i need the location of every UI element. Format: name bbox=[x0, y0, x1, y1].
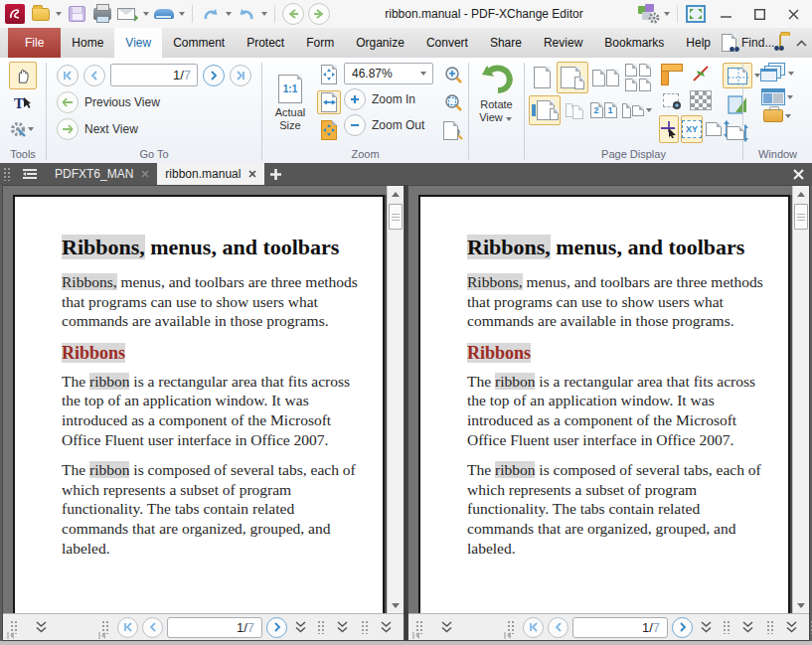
search-in-files-icon[interactable] bbox=[779, 36, 781, 50]
fullscreen-button[interactable] bbox=[684, 2, 708, 26]
next-view-row[interactable]: Next View bbox=[57, 118, 261, 140]
zoom-in-tool-button[interactable] bbox=[440, 63, 466, 86]
cascade-windows-dropdown[interactable] bbox=[788, 72, 794, 76]
maximize-button[interactable] bbox=[742, 1, 776, 27]
email-button[interactable] bbox=[116, 2, 140, 26]
previous-page-button[interactable] bbox=[142, 617, 163, 638]
toolbox-dropdown[interactable] bbox=[785, 114, 791, 118]
collapse-ribbon-button[interactable] bbox=[796, 40, 807, 47]
vertical-scrollbar[interactable] bbox=[387, 186, 404, 613]
scrollbar-thumb[interactable] bbox=[389, 204, 403, 230]
next-view-button[interactable] bbox=[307, 2, 331, 26]
tab-bookmarks[interactable]: Bookmarks bbox=[593, 28, 675, 58]
tab-comment[interactable]: Comment bbox=[162, 28, 236, 58]
cover-mode-dropdown[interactable] bbox=[646, 108, 652, 112]
scan-button[interactable] bbox=[152, 2, 176, 26]
next-page-button[interactable] bbox=[203, 65, 225, 86]
split-window-button[interactable] bbox=[761, 88, 795, 105]
page-viewer[interactable]: Ribbons, menus, and toolbars Ribbons, me… bbox=[408, 186, 809, 613]
scroll-down-button[interactable] bbox=[793, 597, 809, 613]
redo-button[interactable] bbox=[235, 2, 258, 26]
tab-review[interactable]: Review bbox=[533, 28, 593, 58]
marquee-zoom-button[interactable] bbox=[440, 90, 466, 114]
first-page-button[interactable] bbox=[117, 617, 138, 638]
scan-dropdown[interactable] bbox=[179, 12, 185, 16]
find-document-icon[interactable] bbox=[722, 34, 736, 52]
toolbox-button[interactable] bbox=[763, 109, 793, 122]
multi-page-grid-view-button[interactable] bbox=[622, 62, 654, 93]
rotate-view-button[interactable]: Rotate View bbox=[469, 58, 524, 148]
fit-page-button[interactable] bbox=[317, 63, 341, 86]
doc-tab-pdfxt6-man[interactable]: PDFXT6_MAN bbox=[47, 163, 157, 185]
next-page-button[interactable] bbox=[266, 617, 287, 638]
previous-page-button[interactable] bbox=[548, 617, 568, 638]
zoom-in-row[interactable]: Zoom In bbox=[344, 88, 433, 110]
close-tab-icon[interactable] bbox=[141, 170, 149, 178]
undo-dropdown[interactable] bbox=[226, 12, 232, 16]
single-page-view-button[interactable] bbox=[529, 62, 555, 93]
save-button[interactable] bbox=[65, 2, 88, 26]
show-cursor-coordinates-button[interactable] bbox=[659, 115, 679, 143]
redo-dropdown[interactable] bbox=[261, 12, 267, 16]
tool-settings-button[interactable] bbox=[6, 117, 40, 141]
ruler-button[interactable] bbox=[659, 62, 683, 85]
collapsed-toolbar-group[interactable] bbox=[412, 614, 452, 640]
collapsed-toolbar-group[interactable] bbox=[807, 614, 812, 640]
page-number-field[interactable]: 1/7 bbox=[167, 617, 262, 638]
expand-toolbar-icon[interactable] bbox=[295, 621, 306, 633]
pdf-page[interactable]: Ribbons, menus, and toolbars Ribbons, me… bbox=[13, 195, 385, 613]
continuous-two-page-button[interactable] bbox=[529, 95, 561, 125]
tab-file[interactable]: File bbox=[8, 28, 61, 58]
page-viewer[interactable]: Ribbons, menus, and toolbars Ribbons, me… bbox=[3, 186, 404, 613]
scrollbar-thumb[interactable] bbox=[794, 204, 808, 230]
page-number-field[interactable]: 1/7 bbox=[572, 617, 668, 638]
scroll-up-button[interactable] bbox=[793, 186, 809, 202]
ui-options-icon[interactable] bbox=[637, 2, 661, 26]
hand-tool-button[interactable] bbox=[9, 62, 37, 89]
find-label[interactable]: Find... bbox=[741, 36, 774, 50]
snap-objects-button[interactable] bbox=[659, 88, 683, 112]
previous-page-button[interactable] bbox=[83, 65, 105, 86]
two-pages-view-button[interactable] bbox=[590, 62, 620, 93]
close-document-button[interactable] bbox=[785, 163, 812, 185]
expand-toolbar-icon[interactable] bbox=[381, 621, 392, 633]
tab-share[interactable]: Share bbox=[479, 28, 533, 58]
zoom-level-combobox[interactable]: 46.87% bbox=[344, 63, 433, 84]
new-tab-button[interactable] bbox=[264, 163, 286, 185]
collapsed-toolbar-group[interactable] bbox=[763, 614, 797, 640]
split-window-dropdown[interactable] bbox=[787, 95, 793, 99]
expand-toolbar-icon[interactable] bbox=[786, 621, 797, 633]
select-text-tool-button[interactable]: T bbox=[9, 91, 37, 115]
close-tab-icon[interactable] bbox=[248, 170, 256, 178]
collapsed-toolbar-group[interactable] bbox=[314, 614, 348, 640]
page-transition-disabled-button[interactable] bbox=[564, 96, 585, 124]
expand-toolbar-icon[interactable] bbox=[441, 621, 452, 633]
minimize-button[interactable] bbox=[709, 1, 742, 27]
collapsed-toolbar-group[interactable] bbox=[720, 614, 753, 640]
expand-toolbar-icon[interactable] bbox=[337, 621, 348, 633]
scroll-down-button[interactable] bbox=[388, 597, 404, 613]
fit-width-button[interactable] bbox=[317, 90, 341, 114]
first-page-button[interactable] bbox=[57, 65, 79, 86]
cover-mode-button[interactable] bbox=[621, 96, 655, 124]
expand-toolbar-icon[interactable] bbox=[36, 621, 47, 633]
last-page-button[interactable] bbox=[230, 65, 251, 86]
tab-help[interactable]: Help bbox=[675, 28, 722, 58]
tabbar-grip[interactable] bbox=[3, 167, 11, 181]
fit-visible-button[interactable] bbox=[317, 118, 341, 142]
collapsed-toolbar-group[interactable] bbox=[7, 614, 47, 640]
tab-protect[interactable]: Protect bbox=[236, 28, 295, 58]
next-page-button[interactable] bbox=[672, 617, 693, 638]
actual-size-button[interactable]: 1:1 Actual Size bbox=[266, 63, 314, 144]
print-button[interactable] bbox=[90, 2, 114, 26]
xy-coordinates-button[interactable]: XY bbox=[681, 115, 703, 143]
doc-tab-ribbon-manual[interactable]: ribbon.manual bbox=[157, 163, 264, 185]
collapsed-toolbar-group[interactable] bbox=[358, 614, 392, 640]
page-number-field[interactable]: 1/7 bbox=[110, 64, 198, 86]
tab-form[interactable]: Form bbox=[295, 28, 345, 58]
pdf-page[interactable]: Ribbons, menus, and toolbars Ribbons, me… bbox=[418, 195, 790, 613]
undo-button[interactable] bbox=[199, 2, 223, 26]
document-list-button[interactable] bbox=[15, 163, 47, 185]
tab-organize[interactable]: Organize bbox=[345, 28, 415, 58]
zoom-out-row[interactable]: Zoom Out bbox=[344, 114, 433, 136]
